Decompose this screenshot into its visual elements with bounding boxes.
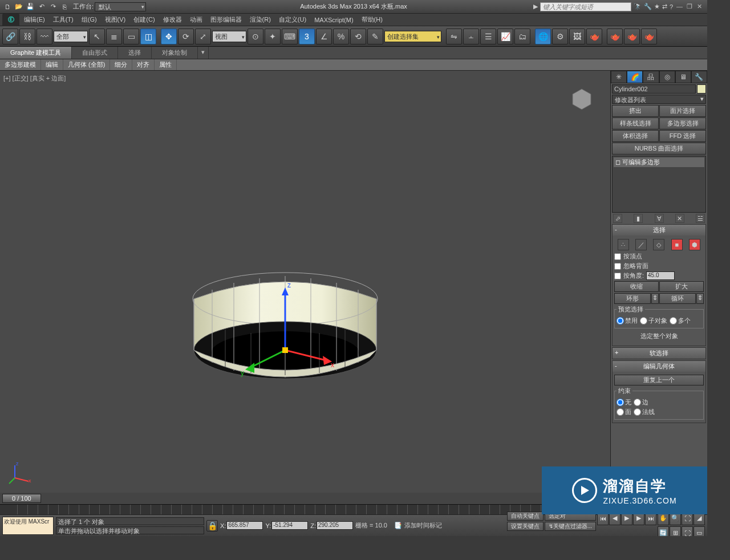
bind-spacewarp-icon[interactable]: 〰 bbox=[36, 29, 52, 44]
tab-selection[interactable]: 选择 bbox=[118, 47, 152, 59]
time-slider-knob[interactable]: 0 / 100 bbox=[2, 494, 41, 503]
app-menu-button[interactable]: Ⓔ bbox=[2, 14, 19, 26]
save-file-icon[interactable]: 💾 bbox=[25, 2, 35, 12]
align-icon[interactable]: ⫠ bbox=[463, 29, 479, 44]
btn-ffd-select[interactable]: FFD 选择 bbox=[659, 130, 706, 142]
panel-properties[interactable]: 属性 bbox=[155, 59, 177, 70]
panel-align[interactable]: 对齐 bbox=[132, 59, 155, 70]
object-name-input[interactable] bbox=[612, 84, 696, 94]
window-crossing-icon[interactable]: ◫ bbox=[140, 29, 156, 44]
undo-icon[interactable]: ↶ bbox=[36, 2, 47, 12]
tab-create-icon[interactable]: ✳ bbox=[611, 71, 627, 83]
menu-maxscript[interactable]: MAXScript(M) bbox=[311, 15, 356, 25]
btn-repeat-last[interactable]: 重复上一个 bbox=[614, 375, 704, 385]
percent-snap-icon[interactable]: % bbox=[333, 29, 349, 44]
minimize-icon[interactable]: — bbox=[676, 3, 684, 11]
auto-key-button[interactable]: 自动关键点 bbox=[507, 512, 544, 521]
scale-tool-icon[interactable]: ⤢ bbox=[195, 29, 211, 44]
move-tool-icon[interactable]: ✥ bbox=[161, 29, 177, 44]
loop-spinner[interactable]: ⇕ bbox=[696, 293, 704, 304]
wrench-icon[interactable]: 🔧 bbox=[644, 3, 652, 10]
exchange-icon[interactable]: ⇄ bbox=[662, 3, 667, 10]
material-editor-icon[interactable]: 🌐 bbox=[535, 29, 551, 44]
menu-views[interactable]: 视图(V) bbox=[102, 14, 129, 25]
panel-geometry[interactable]: 几何体 (全部) bbox=[63, 59, 110, 70]
object-color-swatch[interactable] bbox=[697, 84, 706, 94]
snap-toggle-icon[interactable]: 3 bbox=[299, 29, 315, 44]
radio-constraint-edge[interactable]: 边 bbox=[634, 398, 648, 407]
btn-nurbs-select[interactable]: NURBS 曲面选择 bbox=[612, 143, 706, 155]
edit-named-sel-icon[interactable]: ✎ bbox=[367, 29, 383, 44]
pivot-center-icon[interactable]: ⊙ bbox=[248, 29, 263, 44]
tab-modify-icon[interactable]: 🌈 bbox=[627, 71, 643, 83]
rollout-editgeo-header[interactable]: -编辑几何体 bbox=[613, 361, 705, 372]
menu-create[interactable]: 创建(C) bbox=[130, 14, 158, 25]
restore-icon[interactable]: ❐ bbox=[687, 3, 695, 11]
rollout-soft-header[interactable]: +软选择 bbox=[613, 348, 705, 359]
btn-vol-select[interactable]: 体积选择 bbox=[612, 130, 659, 142]
menu-rendering[interactable]: 渲染(R) bbox=[246, 14, 274, 25]
subobj-edge-icon[interactable]: ／ bbox=[635, 239, 647, 250]
select-region-icon[interactable]: ▭ bbox=[123, 29, 139, 44]
curve-editor-icon[interactable]: 📈 bbox=[497, 29, 513, 44]
subobj-border-icon[interactable]: ◇ bbox=[653, 239, 664, 250]
teapot-prod-icon[interactable]: 🫖 bbox=[641, 29, 657, 44]
ring-spinner[interactable]: ⇕ bbox=[651, 293, 659, 304]
teapot-render-icon[interactable]: 🫖 bbox=[607, 29, 623, 44]
open-file-icon[interactable]: 📂 bbox=[14, 2, 24, 12]
lock-selection-icon[interactable]: 🔒 bbox=[206, 520, 218, 531]
chk-by-angle[interactable]: 按角度: 45.0 bbox=[614, 271, 704, 280]
btn-grow[interactable]: 扩大 bbox=[659, 281, 704, 292]
menu-modifiers[interactable]: 修改器 bbox=[160, 14, 185, 25]
workspace-dropdown[interactable]: 默认 bbox=[95, 2, 146, 11]
tab-hierarchy-icon[interactable]: 品 bbox=[643, 71, 659, 83]
subobj-vertex-icon[interactable]: ∴ bbox=[618, 239, 629, 250]
coord-x-value[interactable]: 665.857 bbox=[226, 521, 263, 530]
rollout-selection-header[interactable]: -选择 bbox=[613, 225, 705, 236]
btn-patch-select[interactable]: 面片选择 bbox=[659, 105, 706, 117]
tab-motion-icon[interactable]: ◎ bbox=[659, 71, 675, 83]
play-icon[interactable]: ▶ bbox=[533, 3, 538, 10]
time-tag-icon[interactable]: 📑 bbox=[394, 522, 402, 529]
schematic-view-icon[interactable]: 🗂 bbox=[514, 29, 530, 44]
menu-grapheditors[interactable]: 图形编辑器 bbox=[207, 14, 245, 25]
subobj-polygon-icon[interactable]: ■ bbox=[671, 239, 683, 250]
chk-ignore-backfacing[interactable]: 忽略背面 bbox=[614, 262, 704, 270]
unlink-tool-icon[interactable]: ⛓ bbox=[19, 29, 35, 44]
redo-icon[interactable]: ↷ bbox=[48, 2, 58, 12]
make-unique-icon[interactable]: ∀ bbox=[655, 214, 664, 223]
angle-spinner[interactable]: 45.0 bbox=[646, 271, 675, 280]
radio-constraint-none[interactable]: 无 bbox=[617, 398, 631, 407]
manipulate-icon[interactable]: ✦ bbox=[265, 29, 281, 44]
btn-extrude[interactable]: 挤出 bbox=[612, 105, 659, 117]
angle-snap-icon[interactable]: ∠ bbox=[316, 29, 332, 44]
spinner-snap-icon[interactable]: ⟲ bbox=[350, 29, 366, 44]
radio-constraint-normal[interactable]: 法线 bbox=[634, 408, 655, 416]
render-setup-icon[interactable]: ⚙ bbox=[552, 29, 568, 44]
keyboard-shortcut-icon[interactable]: ⌨ bbox=[282, 29, 298, 44]
panel-polymodel[interactable]: 多边形建模 bbox=[0, 59, 41, 70]
time-slider[interactable]: 0 / 100 bbox=[0, 493, 610, 504]
teapot-quick-icon[interactable]: 🫖 bbox=[624, 29, 640, 44]
select-object-icon[interactable]: ↖ bbox=[89, 29, 105, 44]
layers-icon[interactable]: ☰ bbox=[480, 29, 496, 44]
ref-coord-dropdown[interactable]: 视图 bbox=[212, 31, 246, 42]
tab-objectpaint[interactable]: 对象绘制 bbox=[152, 47, 198, 59]
coord-z-value[interactable]: 290.205 bbox=[317, 521, 353, 530]
btn-poly-select[interactable]: 多边形选择 bbox=[659, 117, 706, 129]
close-icon[interactable]: ✕ bbox=[697, 3, 705, 11]
set-key-button[interactable]: 设置关键点 bbox=[507, 522, 544, 531]
btn-loop[interactable]: 循环 bbox=[659, 293, 696, 304]
search-input[interactable] bbox=[540, 2, 631, 11]
new-file-icon[interactable]: 🗋 bbox=[2, 2, 13, 12]
key-filters-button[interactable]: ↯ 关键点过滤器... bbox=[545, 522, 596, 531]
selection-filter-dropdown[interactable]: 全部 bbox=[54, 31, 88, 42]
radio-subobj[interactable]: 子对象 bbox=[640, 316, 667, 325]
panel-edit[interactable]: 编辑 bbox=[41, 59, 63, 70]
chk-by-vertex[interactable]: 按顶点 bbox=[614, 252, 704, 261]
menu-edit[interactable]: 编辑(E) bbox=[21, 14, 48, 25]
link-icon[interactable]: ⎘ bbox=[59, 2, 70, 12]
tab-freeform[interactable]: 自由形式 bbox=[72, 47, 118, 59]
show-end-result-icon[interactable]: ▮ bbox=[634, 214, 643, 223]
panel-subdiv[interactable]: 细分 bbox=[110, 59, 132, 70]
